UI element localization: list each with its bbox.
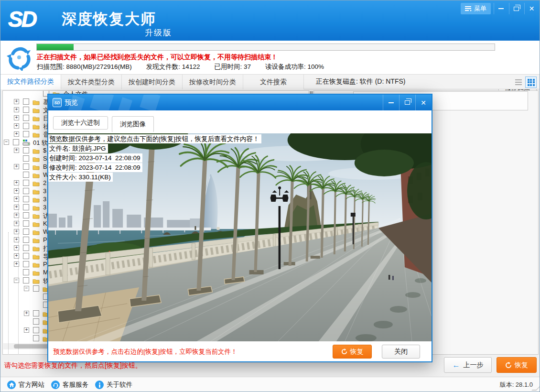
tree-expander[interactable]: + — [14, 196, 19, 202]
tree-expander[interactable]: + — [14, 213, 19, 218]
tree-expander[interactable]: + — [14, 107, 19, 112]
tree-item-label[interactable]: S — [43, 155, 47, 162]
tree-checkbox[interactable] — [23, 269, 29, 275]
tree-checkbox[interactable] — [23, 163, 29, 170]
about-link[interactable]: 关于软件 — [95, 381, 132, 389]
tree-checkbox[interactable] — [23, 253, 29, 259]
tree-expander[interactable]: − — [24, 286, 29, 291]
tree-checkbox[interactable] — [23, 220, 29, 227]
tree-expander[interactable]: + — [14, 237, 19, 242]
tree-checkbox[interactable] — [23, 277, 29, 283]
preview-tab-1[interactable]: 浏览十六进制 — [53, 116, 108, 130]
headset-icon — [51, 381, 60, 389]
tree-checkbox[interactable] — [23, 237, 29, 243]
tree-checkbox[interactable] — [23, 155, 29, 162]
tab-2[interactable]: 按文件类型分类 — [61, 75, 122, 89]
tree-checkbox[interactable] — [23, 196, 29, 202]
tree-checkbox[interactable] — [23, 172, 29, 178]
dialog-close-button[interactable]: ✕ — [415, 95, 431, 110]
tree-item-label[interactable]: 2 — [43, 179, 46, 186]
tree-checkbox[interactable] — [23, 188, 29, 194]
tree-expander[interactable]: + — [24, 327, 29, 333]
list-view-button[interactable] — [513, 76, 524, 88]
grid-view-button[interactable] — [525, 76, 537, 88]
close-button[interactable]: ✕ — [524, 3, 539, 14]
dialog-minimize-button[interactable] — [383, 95, 399, 110]
tree-expander[interactable]: + — [14, 180, 19, 185]
tree-expander[interactable]: + — [14, 221, 19, 226]
tree-item-label[interactable]: 3 — [43, 204, 46, 211]
tree-item-label[interactable]: B — [43, 163, 47, 170]
recover-icon — [341, 348, 347, 355]
minimize-icon — [389, 102, 394, 103]
customer-service-link[interactable]: 客服服务 — [51, 381, 88, 389]
tree-item-label[interactable]: $ — [43, 147, 46, 154]
tree-expander[interactable]: + — [14, 99, 19, 104]
tree-checkbox[interactable] — [23, 245, 29, 251]
tree-checkbox[interactable] — [23, 98, 29, 105]
tree-expander[interactable]: + — [14, 123, 19, 129]
tree-checkbox[interactable] — [23, 123, 29, 129]
tab-5[interactable]: 文件搜索 — [243, 75, 304, 89]
tree-checkbox[interactable] — [23, 261, 29, 267]
tree-expander[interactable]: + — [14, 253, 19, 259]
close-icon: ✕ — [529, 5, 535, 12]
tab-4[interactable]: 按修改时间分类 — [183, 75, 243, 89]
tree-checkbox[interactable] — [33, 285, 39, 292]
file-info-text: 修改时间: 2023-07-14 22:08:09 — [48, 163, 142, 172]
tree-item-label[interactable]: K — [43, 220, 47, 227]
tree-item-label[interactable]: 3 — [43, 196, 46, 203]
scan-stat-label: 读设备成功率: — [265, 63, 308, 70]
file-info-line: 创建时间: 2023-07-14 22:08:09 — [48, 153, 261, 163]
back-button[interactable]: ← 上一步 — [444, 357, 492, 373]
tree-connector-line — [8, 232, 9, 355]
tree-checkbox[interactable] — [13, 139, 19, 145]
scan-stat-value: 14122 — [182, 63, 200, 70]
tree-expander[interactable]: + — [14, 261, 19, 267]
tree-checkbox[interactable] — [23, 131, 29, 137]
dialog-close-footer-button[interactable]: 关闭 — [382, 345, 420, 359]
official-site-link[interactable]: 官方网站 — [7, 381, 44, 389]
tree-item-label[interactable]: 3 — [43, 187, 46, 195]
tree-expander[interactable]: + — [14, 205, 19, 210]
tree-item-label[interactable]: P — [43, 236, 47, 243]
main-recover-button[interactable]: 恢复 — [497, 357, 537, 373]
tree-checkbox[interactable] — [33, 327, 39, 333]
tree-expander[interactable]: + — [14, 115, 19, 120]
tab-3[interactable]: 按创建时间分类 — [122, 75, 183, 89]
tab-1[interactable]: 按文件路径分类 — [0, 75, 61, 89]
restore-button[interactable] — [509, 3, 523, 14]
folder-icon — [32, 188, 40, 194]
tree-checkbox[interactable] — [23, 107, 29, 113]
tree-expander[interactable]: + — [14, 164, 19, 169]
tree-checkbox[interactable] — [23, 147, 29, 153]
menu-button[interactable]: 菜单 — [461, 3, 491, 14]
dialog-restore-button[interactable] — [399, 95, 415, 110]
tree-expander[interactable]: + — [14, 188, 19, 194]
tree-checkbox[interactable] — [23, 115, 29, 121]
folder-icon — [32, 123, 40, 129]
tree-checkbox[interactable] — [33, 318, 39, 325]
tree-expander[interactable]: + — [14, 245, 19, 250]
tree-expander[interactable]: + — [14, 131, 19, 137]
tree-checkbox[interactable] — [23, 212, 29, 218]
tree-expander[interactable]: + — [14, 229, 19, 234]
tree-expander[interactable]: − — [4, 140, 9, 145]
tree-checkbox[interactable] — [23, 204, 29, 210]
tree-checkbox[interactable] — [33, 310, 39, 316]
preview-image-area: 预览数据仅供参考，建议您点击下面的[恢复]按钮，恢复后查看文件内容！文件名: 鼓… — [48, 133, 432, 341]
scan-progress-fill — [37, 44, 74, 50]
tree-expander[interactable]: + — [14, 148, 19, 153]
preview-mode-tabs: 浏览十六进制浏览图像 — [53, 116, 154, 132]
tree-checkbox[interactable] — [23, 229, 29, 235]
tree-checkbox[interactable] — [33, 335, 39, 341]
restore-icon — [405, 100, 410, 105]
dialog-recover-button[interactable]: 恢复 — [333, 345, 372, 359]
tree-checkbox[interactable] — [23, 180, 29, 186]
minimize-icon — [498, 8, 504, 9]
tree-expander[interactable]: + — [24, 311, 29, 316]
tree-item-label[interactable]: P — [43, 261, 47, 268]
tree-expander[interactable]: − — [14, 278, 19, 283]
minimize-button[interactable] — [494, 3, 508, 14]
preview-tab-2[interactable]: 浏览图像 — [112, 116, 154, 132]
